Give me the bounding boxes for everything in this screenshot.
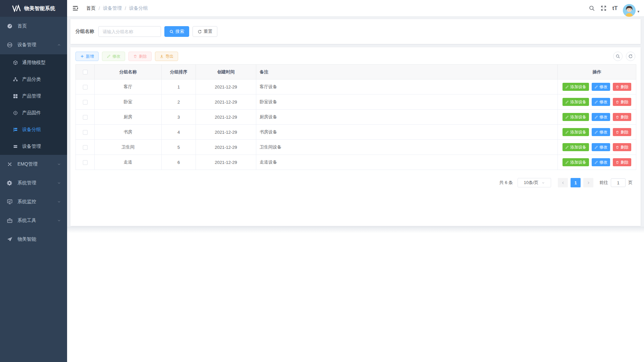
page-size-select[interactable]: 10条/页 [518, 178, 551, 187]
row-delete-label: 删除 [621, 99, 629, 105]
row-checkbox[interactable] [83, 85, 88, 89]
gear-icon [7, 180, 13, 186]
select-all-checkbox[interactable] [83, 70, 88, 74]
breadcrumb-device-group: 设备分组 [129, 5, 148, 11]
sidebar-toggle-icon[interactable] [67, 0, 84, 16]
sidebar-item-product-management[interactable]: 产品管理 [0, 88, 67, 105]
cell-group-name: 厨房 [95, 110, 162, 125]
sidebar-item-device-management[interactable]: 设备管理 [0, 36, 67, 54]
page-number-current[interactable]: 1 [571, 178, 581, 187]
row-edit-button[interactable]: 修改 [592, 83, 610, 91]
row-delete-label: 删除 [621, 129, 629, 135]
row-edit-button[interactable]: 修改 [592, 143, 610, 151]
edit-button-label: 修改 [112, 54, 120, 59]
row-edit-label: 修改 [599, 84, 607, 90]
refresh-icon[interactable] [626, 52, 635, 61]
sidebar-item-system-monitor[interactable]: 系统监控 [0, 192, 67, 211]
header-search-icon[interactable] [589, 5, 595, 11]
sidebar-item-label: 设备分组 [22, 127, 64, 133]
select-caret-icon [541, 181, 545, 185]
app-logo[interactable]: 物美智能系统 [0, 0, 67, 17]
table-row[interactable]: 卫生间 5 2021-12-29 卫生间设备 添加设备 修改 删除 [76, 140, 636, 155]
dashboard-icon [7, 23, 13, 29]
device-group-table: 分组名称 分组排序 创建时间 备注 操作 客厅 1 2021-12-29 客厅设… [75, 64, 636, 170]
column-header-actions: 操作 [558, 65, 636, 79]
export-button[interactable]: 导出 [155, 52, 178, 61]
next-page-button[interactable] [583, 178, 593, 187]
page-size-value: 10条/页 [524, 180, 538, 186]
sidebar-item-label: 系统工具 [17, 218, 57, 224]
search-panel: 分组名称 搜索 重置 [70, 19, 641, 44]
pagination-total: 共 6 条 [499, 180, 513, 186]
row-checkbox[interactable] [83, 100, 88, 105]
add-device-label: 添加设备 [570, 114, 586, 120]
sidebar-item-product-firmware[interactable]: 产品固件 [0, 105, 67, 121]
cell-remark: 书房设备 [256, 125, 558, 140]
row-checkbox[interactable] [83, 115, 88, 120]
table-row[interactable]: 客厅 1 2021-12-29 客厅设备 添加设备 修改 删除 [76, 79, 636, 95]
sidebar-item-device-group[interactable]: 设备分组 [0, 121, 67, 138]
row-checkbox[interactable] [83, 160, 88, 165]
table-row[interactable]: 厨房 3 2021-12-29 厨房设备 添加设备 修改 删除 [76, 110, 636, 125]
sidebar-item-wumei-smart[interactable]: 物美智能 [0, 230, 67, 249]
add-button-label: 新增 [86, 54, 94, 59]
row-delete-button[interactable]: 删除 [613, 158, 631, 166]
sidebar-item-label: 设备管理 [17, 42, 57, 48]
row-checkbox[interactable] [83, 145, 88, 150]
avatar[interactable] [623, 4, 636, 17]
goto-page-input[interactable] [611, 178, 626, 187]
cell-group-name: 卫生间 [95, 140, 162, 155]
breadcrumb-home[interactable]: 首页 [86, 5, 96, 11]
row-edit-button[interactable]: 修改 [592, 158, 610, 166]
chevron-right-icon [586, 181, 591, 185]
cube-icon [13, 60, 18, 65]
column-header-order: 分组排序 [162, 65, 196, 79]
table-row[interactable]: 书房 4 2021-12-29 书房设备 添加设备 修改 删除 [76, 125, 636, 140]
add-device-button[interactable]: 添加设备 [562, 143, 589, 151]
sidebar-item-system-management[interactable]: 系统管理 [0, 174, 67, 192]
row-delete-button[interactable]: 删除 [613, 83, 631, 91]
add-device-button[interactable]: 添加设备 [562, 98, 589, 106]
sidebar-item-product-category[interactable]: 产品分类 [0, 71, 67, 88]
table-row[interactable]: 走道 6 2021-12-29 走道设备 添加设备 修改 删除 [76, 155, 636, 170]
toggle-search-icon[interactable] [613, 52, 623, 61]
row-delete-label: 删除 [621, 114, 629, 120]
add-device-button[interactable]: 添加设备 [562, 83, 589, 91]
table-toolbar-right [613, 52, 635, 61]
sidebar-item-label: EMQ管理 [17, 161, 57, 167]
row-edit-button[interactable]: 修改 [592, 113, 610, 121]
group-name-input[interactable] [98, 26, 161, 37]
add-device-button[interactable]: 添加设备 [562, 113, 589, 121]
fullscreen-icon[interactable] [600, 5, 607, 11]
table-row[interactable]: 卧室 2 2021-12-29 卧室设备 添加设备 修改 删除 [76, 95, 636, 110]
row-delete-label: 删除 [621, 84, 629, 90]
row-delete-button[interactable]: 删除 [613, 98, 631, 106]
row-delete-button[interactable]: 删除 [613, 128, 631, 136]
cell-group-order: 3 [162, 110, 196, 125]
add-device-label: 添加设备 [570, 84, 586, 90]
row-delete-button[interactable]: 删除 [613, 143, 631, 151]
row-delete-button[interactable]: 删除 [613, 113, 631, 121]
sidebar-item-home[interactable]: 首页 [0, 17, 67, 36]
search-button[interactable]: 搜索 [164, 26, 189, 37]
sidebar-item-thing-model[interactable]: 通用物模型 [0, 54, 67, 71]
prev-page-button[interactable] [558, 178, 568, 187]
row-edit-button[interactable]: 修改 [592, 98, 610, 106]
add-device-button[interactable]: 添加设备 [562, 158, 589, 166]
add-device-label: 添加设备 [570, 144, 586, 150]
edit-button[interactable]: 修改 [102, 52, 125, 61]
font-size-icon[interactable]: tT [612, 5, 618, 11]
sidebar-item-label: 系统监控 [17, 199, 57, 205]
sidebar-item-device-list[interactable]: 设备管理 [0, 138, 67, 155]
sidebar-item-emq-management[interactable]: EMQ管理 [0, 155, 67, 174]
row-checkbox[interactable] [83, 130, 88, 135]
add-device-button[interactable]: 添加设备 [562, 128, 589, 136]
user-menu[interactable]: ▾ [623, 4, 639, 17]
cell-remark: 客厅设备 [256, 79, 558, 95]
emq-node-icon [7, 161, 13, 167]
row-edit-button[interactable]: 修改 [592, 128, 610, 136]
add-button[interactable]: 新增 [75, 52, 99, 61]
delete-button[interactable]: 删除 [128, 52, 152, 61]
reset-button[interactable]: 重置 [193, 26, 217, 37]
sidebar-item-system-tools[interactable]: 系统工具 [0, 211, 67, 230]
